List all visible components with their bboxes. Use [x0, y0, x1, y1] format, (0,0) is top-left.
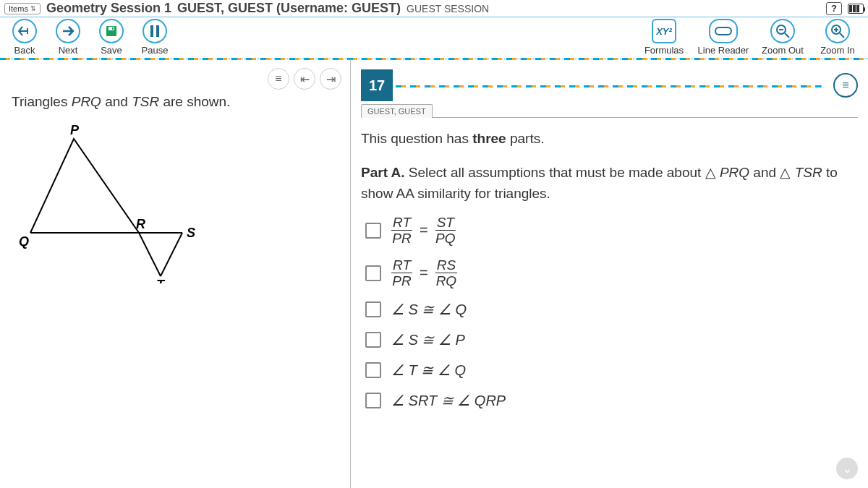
items-dropdown[interactable]: Items ⇅ [4, 3, 41, 14]
save-icon [99, 19, 124, 43]
line-reader-button[interactable]: Line Reader [693, 19, 754, 59]
items-label: Items [9, 4, 28, 13]
question-number: 17 [361, 69, 393, 101]
hamburger-icon: ≡ [842, 79, 848, 92]
pane-nav: ≡ ⇤ ⇥ [268, 68, 341, 90]
line-reader-label: Line Reader [698, 45, 749, 56]
question-intro: This question has three parts. [361, 131, 858, 147]
checkbox-5[interactable] [365, 362, 381, 378]
svg-line-15 [139, 233, 161, 276]
svg-rect-4 [156, 25, 159, 37]
user-info: GUEST, GUEST (Username: GUEST) [177, 1, 401, 16]
svg-text:T: T [156, 278, 166, 283]
zoom-out-icon [770, 19, 795, 43]
checkbox-1[interactable] [365, 223, 381, 239]
topbar: Items ⇅ Geometry Session 1 GUEST, GUEST … [0, 0, 868, 17]
next-button[interactable]: Next [48, 19, 88, 59]
question-menu-button[interactable]: ≡ [833, 73, 858, 98]
svg-text:R: R [136, 217, 145, 231]
svg-text:Q: Q [19, 234, 29, 249]
zoom-out-label: Zoom Out [762, 45, 804, 56]
option-1: RTPR = STPQ [365, 215, 858, 245]
hamburger-icon: ≡ [275, 72, 281, 85]
stimulus-pane: ≡ ⇤ ⇥ Triangles PRQ and TSR are shown. P… [0, 59, 351, 488]
stimulus-text: Triangles PRQ and TSR are shown. [12, 94, 339, 110]
zoom-in-icon [825, 19, 850, 43]
formulas-button[interactable]: XY² Formulas [638, 19, 690, 59]
next-label: Next [59, 45, 78, 56]
checkbox-6[interactable] [365, 393, 381, 408]
option-3: ∠ S ≅ ∠ Q [365, 301, 858, 318]
svg-rect-3 [150, 25, 153, 37]
toolbar: Back Next Save Pause XY² Formulas Line R… [0, 17, 868, 59]
checkbox-4[interactable] [365, 332, 381, 348]
svg-line-10 [840, 33, 844, 38]
option-2: RTPR = RSRQ [365, 258, 858, 288]
options-list: RTPR = STPQ RTPR = RSRQ ∠ S ≅ ∠ Q ∠ S [361, 215, 858, 409]
option-3-math: ∠ S ≅ ∠ Q [391, 301, 467, 318]
session-mode: GUEST SESSION [407, 3, 489, 14]
option-4-math: ∠ S ≅ ∠ P [391, 331, 465, 348]
formulas-label: Formulas [644, 45, 684, 56]
pane-prev-button[interactable]: ⇤ [294, 68, 315, 90]
option-6-math: ∠ SRT ≅ ∠ QRP [391, 392, 506, 409]
prev-icon: ⇤ [300, 72, 310, 86]
part-a-prompt: Part A. Select all assumptions that must… [361, 163, 858, 204]
svg-text:S: S [187, 226, 195, 240]
question-header: 17 ≡ [361, 69, 858, 101]
next-icon: ⇥ [326, 72, 336, 86]
option-6: ∠ SRT ≅ ∠ QRP [365, 392, 858, 409]
pane-menu-button[interactable]: ≡ [268, 68, 289, 90]
save-label: Save [101, 45, 122, 56]
zoom-out-button[interactable]: Zoom Out [757, 19, 809, 59]
zoom-in-label: Zoom In [820, 45, 855, 56]
option-5: ∠ T ≅ ∠ Q [365, 361, 858, 379]
option-5-math: ∠ T ≅ ∠ Q [391, 361, 466, 379]
option-2-math: RTPR = RSRQ [391, 258, 457, 288]
svg-line-14 [161, 233, 182, 276]
question-pane: 17 ≡ GUEST, GUEST This question has thre… [351, 59, 868, 488]
svg-text:P: P [70, 124, 80, 137]
back-icon [12, 19, 37, 43]
line-reader-icon [709, 19, 738, 43]
triangle-diagram: P Q R S T [16, 124, 339, 286]
chevron-down-icon: ⌄ [842, 461, 853, 476]
checkbox-3[interactable] [365, 301, 381, 317]
pause-button[interactable]: Pause [135, 19, 175, 59]
svg-rect-5 [715, 27, 731, 35]
back-button[interactable]: Back [4, 19, 45, 59]
workspace: ≡ ⇤ ⇥ Triangles PRQ and TSR are shown. P… [0, 59, 868, 488]
scroll-down-button[interactable]: ⌄ [836, 458, 858, 479]
option-1-math: RTPR = STPQ [391, 215, 456, 245]
svg-rect-2 [112, 27, 114, 30]
pause-icon [142, 19, 167, 43]
battery-icon [848, 4, 864, 14]
pane-next-button[interactable]: ⇥ [320, 68, 341, 90]
save-button[interactable]: Save [91, 19, 132, 59]
zoom-in-button[interactable]: Zoom In [812, 19, 864, 59]
checkbox-2[interactable] [365, 265, 381, 281]
option-4: ∠ S ≅ ∠ P [365, 331, 858, 348]
session-title: Geometry Session 1 [46, 1, 171, 16]
formula-icon: XY² [652, 19, 676, 43]
next-icon [56, 19, 80, 43]
help-button[interactable]: ? [826, 2, 842, 15]
svg-line-7 [785, 33, 789, 38]
back-label: Back [14, 45, 35, 56]
pause-label: Pause [142, 45, 169, 56]
updown-icon: ⇅ [30, 6, 36, 12]
user-tab[interactable]: GUEST, GUEST [361, 104, 433, 118]
